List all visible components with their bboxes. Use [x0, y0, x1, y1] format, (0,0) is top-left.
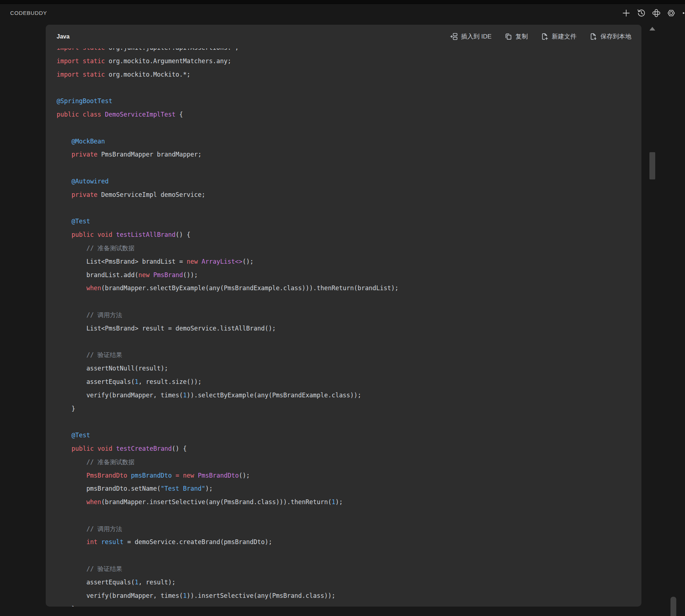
code-line: assertEquals(1, result.size()); [57, 375, 638, 389]
action-label: 插入到 IDE [461, 32, 492, 41]
code-line: import static org.mockito.Mockito.*; [57, 68, 638, 81]
code-line: public void testListAllBrand() { [57, 228, 638, 242]
code-line: private DemoServiceImpl demoService; [57, 188, 638, 202]
code-line: @Test [57, 215, 638, 228]
code-line: verify(brandMapper, times(1)).insertSele… [57, 589, 638, 603]
scrollbar-bottom-piece[interactable] [670, 597, 676, 616]
new-file-icon [541, 33, 549, 40]
code-line: verify(brandMapper, times(1)).selectByEx… [57, 389, 638, 402]
plugin-icon[interactable] [651, 8, 661, 18]
insert-to-ide-button[interactable]: 插入到 IDE [450, 32, 492, 41]
code-line: @MockBean [57, 135, 638, 148]
code-line [57, 81, 638, 94]
action-label: 保存到本地 [600, 32, 631, 41]
action-label: 新建文件 [552, 32, 576, 41]
code-line [57, 415, 638, 429]
code-line: // 验证结果 [57, 348, 638, 362]
code-line: int result = demoService.createBrand(pms… [57, 535, 638, 549]
code-line [57, 335, 638, 349]
code-line: @SpringBootTest [57, 94, 638, 108]
code-line: public class DemoServiceImplTest { [57, 108, 638, 121]
code-line [57, 161, 638, 175]
code-block-header: Java 插入到 IDE复制新建文件保存到本地 [46, 25, 641, 48]
code-content: import static org.junit.jupiter.api.Asse… [46, 41, 641, 607]
settings-icon[interactable] [666, 8, 676, 18]
code-block-panel: import static org.junit.jupiter.api.Asse… [46, 25, 641, 607]
code-line: List<PmsBrand> result = demoService.list… [57, 322, 638, 335]
code-line [57, 549, 638, 562]
code-line: import static org.mockito.ArgumentMatche… [57, 54, 638, 68]
action-label: 复制 [515, 32, 528, 41]
save-local-button[interactable]: 保存到本地 [590, 32, 631, 41]
copy-icon [505, 33, 512, 40]
new-file-button[interactable]: 新建文件 [541, 32, 576, 41]
add-icon[interactable] [621, 8, 631, 18]
language-label: Java [57, 33, 70, 40]
code-line: when(brandMapper.insertSelective(any(Pms… [57, 495, 638, 509]
more-icon[interactable] [678, 8, 685, 18]
scroll-up-arrow-icon[interactable] [649, 27, 655, 31]
code-line: @Test [57, 429, 638, 442]
save-local-icon [590, 33, 597, 40]
code-line: PmsBrandDto pmsBrandDto = new PmsBrandDt… [57, 469, 638, 482]
code-line: assertNotNull(result); [57, 362, 638, 375]
window-top-strip [0, 0, 685, 4]
insert-to-ide-icon [450, 33, 458, 40]
code-line [57, 295, 638, 308]
code-line: when(brandMapper.selectByExample(any(Pms… [57, 281, 638, 295]
code-line: // 验证结果 [57, 562, 638, 576]
code-line: pmsBrandDto.setName("Test Brand"); [57, 482, 638, 495]
code-line [57, 121, 638, 135]
code-line: @Autowired [57, 175, 638, 188]
code-line: // 准备测试数据 [57, 242, 638, 255]
code-line: } [57, 402, 638, 416]
app-brand: CODEBUDDY [10, 10, 47, 16]
code-line: // 准备测试数据 [57, 455, 638, 469]
code-line: List<PmsBrand> brandList = new ArrayList… [57, 255, 638, 268]
code-line: assertEquals(1, result); [57, 576, 638, 589]
code-line: } [57, 602, 638, 607]
code-line: // 调用方法 [57, 308, 638, 322]
code-actions: 插入到 IDE复制新建文件保存到本地 [450, 32, 631, 41]
scrollbar-thumb[interactable] [649, 152, 655, 179]
code-line: brandList.add(new PmsBrand()); [57, 268, 638, 282]
code-line [57, 509, 638, 522]
code-line [57, 202, 638, 215]
copy-button[interactable]: 复制 [505, 32, 528, 41]
history-icon[interactable] [636, 8, 647, 18]
code-line: public void testCreateBrand() { [57, 442, 638, 455]
code-line: // 调用方法 [57, 522, 638, 536]
code-line: private PmsBrandMapper brandMapper; [57, 148, 638, 161]
